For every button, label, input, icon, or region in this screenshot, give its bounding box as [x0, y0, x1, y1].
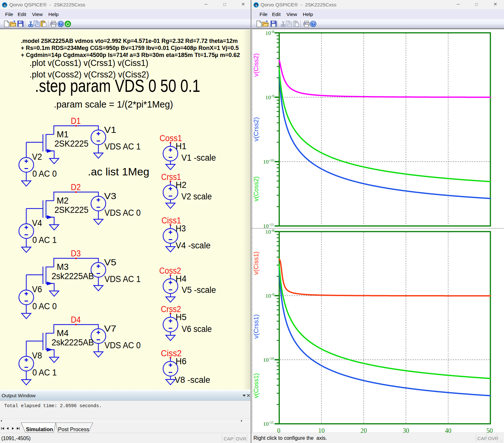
svg-text:?: ? [60, 22, 62, 26]
svg-text:H5: H5 [176, 312, 186, 322]
svg-text:10-8: 10-8 [265, 228, 274, 235]
svg-text:2sk2225AB: 2sk2225AB [52, 338, 94, 347]
svg-text:v(Crss2): v(Crss2) [252, 117, 260, 141]
svg-text:H2: H2 [176, 180, 186, 190]
svg-text:2sk2225AB: 2sk2225AB [52, 271, 94, 281]
svg-text:v(Ciss1): v(Ciss1) [252, 252, 260, 275]
svg-text:VDS AC 0: VDS AC 0 [104, 341, 141, 350]
svg-text:50: 50 [486, 427, 493, 434]
svg-text:30: 30 [403, 427, 409, 434]
svg-text:10-10: 10-10 [263, 158, 274, 165]
svg-text:V8: V8 [32, 351, 42, 360]
svg-text:0: 0 [277, 427, 280, 434]
svg-text:?: ? [312, 22, 315, 26]
svg-text:v(Crss1): v(Crss1) [252, 314, 260, 339]
svg-text:H1: H1 [176, 141, 186, 151]
svg-text:0 AC 0: 0 AC 0 [32, 302, 57, 311]
svg-text:V5 -scale: V5 -scale [182, 285, 216, 295]
svg-text:V1 -scale: V1 -scale [181, 153, 216, 163]
svg-text:10: 10 [318, 427, 325, 434]
svg-text:v(Coss2): v(Coss2) [252, 176, 260, 201]
svg-text:V2: V2 [32, 152, 42, 162]
svg-text:+ Cgdmin=14p Cgdmax=4500p Is=7: + Cgdmin=14p Cgdmax=4500p Is=714f a=3 Rb… [21, 52, 240, 58]
svg-text:v(Coss1): v(Coss1) [252, 373, 260, 398]
svg-text:V8 -scale: V8 -scale [175, 375, 210, 385]
svg-text:0 AC 0: 0 AC 0 [32, 169, 57, 179]
svg-text:V1: V1 [104, 125, 116, 135]
svg-text:10-9: 10-9 [265, 94, 274, 101]
svg-text:10-9: 10-9 [265, 292, 274, 299]
svg-text:V3: V3 [104, 191, 116, 201]
svg-text:2SK2225: 2SK2225 [54, 205, 88, 215]
svg-text:H4: H4 [176, 274, 186, 284]
svg-text:M4: M4 [57, 328, 69, 338]
svg-text:H3: H3 [176, 224, 186, 233]
svg-text:20: 20 [360, 427, 367, 434]
svg-text:VDS AC 1: VDS AC 1 [104, 142, 141, 151]
svg-text:2SK2225: 2SK2225 [54, 139, 88, 149]
svg-text:40: 40 [445, 427, 451, 434]
svg-text:VDS AC 1: VDS AC 1 [104, 274, 141, 284]
svg-text:V4: V4 [32, 218, 42, 228]
svg-text:H6: H6 [176, 357, 186, 366]
svg-text:v(Ciss2): v(Ciss2) [252, 53, 260, 77]
svg-text:.step param VDS 0 50 0.1: .step param VDS 0 50 0.1 [35, 76, 200, 96]
svg-text:.ac list 1Meg: .ac list 1Meg [88, 166, 149, 178]
svg-text:Post Process: Post Process [58, 426, 89, 432]
svg-text:10-11: 10-11 [263, 420, 274, 427]
svg-text:Simulation: Simulation [26, 426, 53, 432]
svg-text:0 AC 1: 0 AC 1 [32, 235, 57, 245]
svg-text:M3: M3 [57, 262, 69, 272]
svg-text:10-8: 10-8 [265, 29, 274, 36]
svg-text:V6: V6 [32, 285, 42, 294]
svg-text:V5: V5 [104, 258, 116, 267]
svg-text:.param scale = 1/(2*pi*1Meg): .param scale = 1/(2*pi*1Meg) [54, 99, 173, 109]
svg-text:10-10: 10-10 [263, 356, 274, 363]
svg-text:VDS AC 0: VDS AC 0 [104, 208, 141, 218]
svg-text:M1: M1 [57, 130, 69, 139]
svg-text:D2: D2 [71, 182, 81, 192]
svg-text:.model 2SK2225AB vdmos vto=2.9: .model 2SK2225AB vdmos vto=2.992 Kp=4.57… [21, 37, 238, 44]
svg-text:V4 -scale: V4 -scale [176, 241, 211, 250]
svg-text:D1: D1 [71, 116, 81, 126]
svg-text:.plot v(Coss1) v(Crss1) v(Ciss: .plot v(Coss1) v(Crss1) v(Ciss1) [29, 58, 148, 68]
svg-text:D3: D3 [71, 249, 81, 258]
svg-text:V2 scale: V2 scale [181, 192, 212, 201]
svg-text:V6 scale: V6 scale [182, 324, 212, 334]
svg-text:D4: D4 [71, 315, 81, 325]
svg-text:V7: V7 [104, 324, 116, 334]
svg-text:q: q [4, 3, 5, 7]
svg-text:0 AC 1: 0 AC 1 [32, 368, 57, 377]
svg-text:M2: M2 [57, 196, 69, 205]
svg-text:+ Rs=0.1m RDS=234Meg CGS=950p: + Rs=0.1m RDS=234Meg CGS=950p Bv=1759 Ib… [21, 44, 239, 51]
svg-text:q: q [255, 3, 257, 7]
